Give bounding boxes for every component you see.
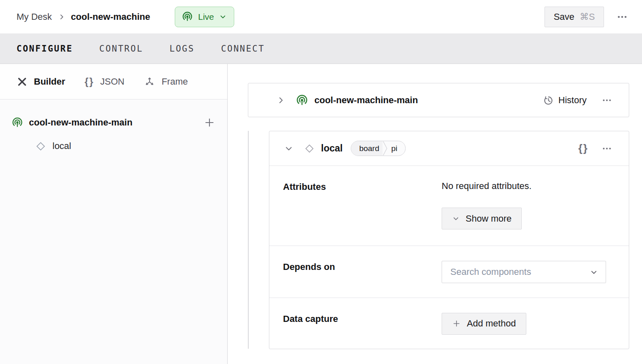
expand-machine-card-button[interactable] [275, 94, 287, 106]
component-card-local: local board pi {} [269, 131, 629, 349]
save-button-label: Save [554, 12, 574, 22]
tree-item-local[interactable]: local [35, 140, 217, 152]
live-status-button[interactable]: Live [175, 7, 234, 27]
component-model: pi [388, 141, 405, 156]
nested-components-group: local board pi {} [248, 131, 642, 349]
ellipsis-icon [602, 143, 612, 154]
topbar-actions: Save ⌘S [545, 7, 630, 27]
data-capture-section: Data capture Add method [269, 298, 629, 349]
history-button[interactable]: History [542, 95, 587, 106]
show-more-label: Show more [466, 213, 511, 224]
chevron-separator-icon [383, 141, 388, 156]
history-icon [542, 95, 554, 106]
add-component-button[interactable] [202, 115, 217, 130]
view-tab-builder[interactable]: Builder [17, 76, 65, 87]
tree-machine-name: cool-new-machine-main [29, 117, 196, 128]
breadcrumb-parent-link[interactable]: My Desk [17, 12, 52, 22]
braces-icon: {} [578, 142, 588, 155]
breadcrumb: My Desk cool-new-machine Live [17, 7, 234, 27]
view-tab-label: JSON [100, 76, 124, 87]
show-more-button[interactable]: Show more [442, 208, 522, 229]
save-button[interactable]: Save ⌘S [545, 7, 604, 27]
view-tab-json[interactable]: {} JSON [85, 76, 124, 87]
plus-icon [452, 319, 461, 328]
more-menu-button[interactable] [615, 9, 630, 24]
tools-icon [17, 76, 28, 87]
diamond-icon [35, 141, 46, 152]
component-type: board [351, 141, 383, 156]
broadcast-icon [182, 11, 193, 22]
machine-card-menu-button[interactable] [600, 93, 614, 107]
tab-configure[interactable]: CONFIGURE [17, 33, 73, 64]
ellipsis-icon [602, 95, 612, 106]
chevron-down-icon [590, 268, 598, 277]
view-tab-label: Builder [34, 76, 65, 87]
diamond-icon [304, 143, 315, 154]
component-menu-button[interactable] [600, 142, 614, 156]
machine-name-title: cool-new-machine [71, 12, 150, 22]
machine-part-card: cool-new-machine-main History [248, 83, 629, 117]
view-tab-frame[interactable]: Frame [144, 76, 188, 87]
content-area: Builder {} JSON Frame [0, 64, 642, 364]
depends-on-select[interactable]: Search components [442, 261, 606, 283]
live-status-label: Live [198, 12, 214, 22]
machine-part-tree: cool-new-machine-main local [0, 99, 227, 152]
attributes-section: Attributes No required attributes. Show … [269, 166, 629, 246]
app-window: My Desk cool-new-machine Live [0, 0, 642, 364]
depends-on-placeholder: Search components [450, 267, 531, 277]
depends-on-content: Search components [442, 261, 613, 297]
sidebar-view-switcher: Builder {} JSON Frame [0, 64, 227, 99]
component-card-header: local board pi {} [269, 131, 629, 166]
machine-part-title: cool-new-machine-main [314, 95, 418, 106]
config-sidebar: Builder {} JSON Frame [0, 64, 228, 364]
chevron-down-icon [452, 215, 460, 222]
broadcast-icon [12, 117, 23, 128]
history-button-label: History [559, 95, 587, 106]
component-type-badge: board pi [351, 141, 405, 156]
attributes-label: Attributes [283, 181, 442, 246]
tab-control[interactable]: CONTROL [99, 33, 143, 64]
add-method-button[interactable]: Add method [442, 313, 526, 335]
tree-component-name: local [52, 141, 71, 151]
depends-on-label: Depends on [283, 261, 442, 297]
collapse-component-button[interactable] [283, 142, 295, 155]
view-json-button[interactable]: {} [577, 140, 590, 156]
broadcast-icon [296, 94, 308, 106]
top-header: My Desk cool-new-machine Live [0, 0, 642, 33]
nesting-indicator-line [248, 131, 249, 349]
plus-icon [203, 116, 216, 129]
tab-connect[interactable]: CONNECT [221, 33, 265, 64]
data-capture-label: Data capture [283, 313, 442, 349]
component-title: local [321, 143, 342, 154]
attributes-empty-text: No required attributes. [442, 181, 613, 191]
braces-icon: {} [85, 76, 94, 87]
chevron-right-icon [276, 96, 285, 105]
data-capture-content: Add method [442, 313, 613, 349]
component-header-actions: {} [577, 140, 614, 156]
save-shortcut-hint: ⌘S [580, 12, 595, 22]
add-method-label: Add method [467, 318, 516, 329]
tab-logs[interactable]: LOGS [169, 33, 195, 64]
axes-icon [144, 76, 155, 87]
attributes-content: No required attributes. Show more [442, 181, 613, 246]
chevron-down-icon [219, 13, 227, 21]
config-main-panel: cool-new-machine-main History [228, 64, 642, 364]
main-tab-bar: CONFIGURE CONTROL LOGS CONNECT [0, 33, 642, 64]
chevron-right-icon [58, 13, 65, 21]
chevron-down-icon [284, 144, 293, 153]
tree-item-machine-main[interactable]: cool-new-machine-main [12, 116, 217, 129]
view-tab-label: Frame [162, 76, 188, 87]
ellipsis-icon [616, 11, 628, 23]
depends-on-section: Depends on Search components [269, 246, 629, 298]
